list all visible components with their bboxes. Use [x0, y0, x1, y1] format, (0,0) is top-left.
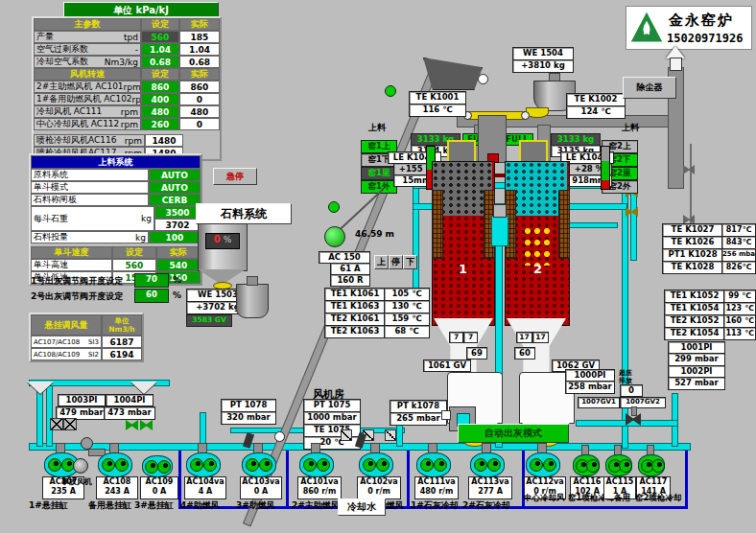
- setpoint[interactable]: 860: [141, 81, 179, 93]
- funnel-icon: [27, 382, 54, 394]
- pump-ac103va[interactable]: [242, 452, 276, 477]
- setpoint[interactable]: 560: [112, 259, 156, 271]
- pump-ac116[interactable]: [573, 454, 600, 476]
- setpoint[interactable]: 3500: [154, 206, 201, 219]
- te1-k1063-value: 130 ℃: [384, 300, 430, 313]
- valve-icon[interactable]: [126, 420, 138, 430]
- setpoint[interactable]: 400: [141, 93, 179, 105]
- setpoint[interactable]: 1.04: [141, 43, 179, 56]
- valve-stem: [631, 406, 637, 416]
- te-k1028-value: 826℃: [721, 261, 756, 274]
- te-k1002-value: 124 ℃: [566, 105, 626, 119]
- hoist-up-button[interactable]: 上: [374, 255, 389, 269]
- setpoint[interactable]: 480: [141, 105, 179, 118]
- te-k1001-tag: TE K1001: [409, 91, 466, 104]
- pipe: [200, 412, 206, 447]
- pump-ac101va[interactable]: [299, 452, 334, 477]
- feed-panel-title: 上料系统: [31, 155, 201, 169]
- mode-button[interactable]: AUTO: [149, 169, 201, 181]
- pump-ac102va-display: AC102va0 r/m: [357, 476, 401, 499]
- ash-valve1-setpoint[interactable]: 70: [134, 273, 169, 288]
- pt1-k1028-value: 256 mbar: [721, 248, 756, 262]
- te2-k1052-value: 160 ℃: [723, 314, 756, 328]
- stack-arrow-stem: [670, 58, 682, 71]
- cooling-water-pipe: [286, 451, 289, 508]
- setpoint[interactable]: 100: [149, 231, 201, 243]
- pt-1078-value: 320 mbar: [221, 411, 276, 425]
- te1-k1052-value: 99 ℃: [723, 290, 756, 303]
- kiln1-burner-bank: [432, 190, 443, 259]
- setpoint[interactable]: 0.68: [141, 56, 179, 68]
- te2-k1052-tag: TE2 K1052: [664, 314, 725, 328]
- stone-system-button[interactable]: 石料系统: [196, 203, 292, 224]
- emergency-stop-button[interactable]: 急停: [213, 168, 257, 185]
- pi-1004-value: 473 mbar: [104, 406, 155, 420]
- pump-ac107-label: 1#悬挂缸: [29, 499, 68, 512]
- pump-ac117-label: 窑2喷枪冷却: [635, 493, 681, 504]
- pump-ac113va[interactable]: [470, 452, 505, 477]
- pump-ac101va-display: AC101va860 r/m: [297, 476, 342, 499]
- crossover-box: [493, 204, 507, 218]
- damper-icon[interactable]: [341, 429, 352, 441]
- pt-k1078-tag: PT k1078: [390, 400, 447, 413]
- kiln1-gate-b: 7: [463, 332, 478, 343]
- te-1075-tag: TE 1075: [303, 424, 361, 437]
- ac150-rev: 160 R: [330, 274, 370, 287]
- setpoint[interactable]: 260: [141, 118, 179, 130]
- pump-ac102va[interactable]: [359, 452, 393, 477]
- fan-speed-header: 风机转速: [34, 68, 141, 81]
- logo-card: 金永窑炉 15020971926: [626, 6, 752, 50]
- te1-k1052-tag: TE1 K1052: [664, 290, 725, 303]
- pump-ac103va-label: 3#助燃风: [236, 499, 275, 512]
- mode-button[interactable]: AUTO: [149, 181, 201, 194]
- te-k1026-tag: TE K1026: [662, 236, 723, 249]
- funnel-icon: [130, 382, 157, 394]
- damper-icon[interactable]: [385, 429, 396, 441]
- pump-ac115[interactable]: [605, 454, 632, 476]
- mode-button[interactable]: CERB: [149, 194, 201, 206]
- pump-ac104va-display: AC104va4 A: [184, 476, 226, 499]
- hoist-stop-button[interactable]: 停: [389, 255, 403, 269]
- weigh-tank: [236, 284, 269, 318]
- suspension-flow-table: 悬挂调风量 单位Nm3/h AC107/AC108SI3 6187 AC108/…: [29, 313, 144, 362]
- auto-ash-mode-button[interactable]: 自动出灰模式: [458, 424, 569, 443]
- company-name: 金永窑炉: [669, 12, 734, 30]
- te-k1027-value: 817℃: [721, 223, 756, 237]
- pump-ac103va-display: AC103va0 A: [240, 476, 282, 499]
- pump-ac104va[interactable]: [186, 452, 221, 477]
- cooling-water-label: 冷却水: [338, 498, 386, 516]
- valve-icon[interactable]: [683, 165, 695, 174]
- pi-1001-value: 299 mbar: [668, 353, 725, 366]
- ash-valve2-setpoint[interactable]: 60: [134, 289, 169, 303]
- kiln1-charge-bucket: [447, 140, 476, 163]
- track-marker: [328, 201, 340, 213]
- pt-k1078-value: 265 mbar: [390, 412, 447, 426]
- kiln1-inner-button[interactable]: 窑1里: [361, 167, 397, 180]
- te2-k1063-value: 68 ℃: [384, 325, 430, 338]
- pump-ac112va[interactable]: [526, 452, 560, 477]
- pump-ac104va-label: 4#助燃风: [180, 499, 220, 512]
- shutoff-valve-icon[interactable]: [50, 418, 63, 430]
- pump-ac111va[interactable]: [416, 452, 451, 477]
- kiln2-burner-bank: [558, 190, 570, 259]
- pump-ac108[interactable]: [98, 452, 132, 477]
- dust-collector-button[interactable]: 除尘器: [623, 77, 676, 99]
- pump-ac117[interactable]: [638, 454, 665, 476]
- silo-level-display: 0 %: [205, 233, 240, 249]
- setpoint[interactable]: 560: [141, 31, 179, 43]
- gv1-label: 1061 GV: [423, 359, 471, 372]
- air-box-tab: [441, 410, 451, 420]
- kiln2-flames: [523, 225, 552, 266]
- valve-icon[interactable]: [140, 420, 153, 430]
- te1-k1061-value: 105 ℃: [384, 288, 430, 301]
- pump-ac113va-label: 2#石灰冷却: [462, 499, 510, 512]
- we1504-value: +3810 kg: [512, 59, 574, 73]
- cooling-water-pipe: [407, 451, 410, 508]
- accident-fan-icon[interactable]: [73, 458, 88, 474]
- ash-valve1-label: 1号出灰调节阀开度设定: [31, 275, 123, 288]
- we1504-tag: WE 1504: [512, 47, 574, 60]
- hoist-down-button[interactable]: 下: [403, 255, 417, 269]
- shutoff-valve-icon[interactable]: [63, 418, 77, 430]
- pump-ac109[interactable]: [142, 455, 173, 477]
- stone-silo: 0 %: [198, 223, 248, 271]
